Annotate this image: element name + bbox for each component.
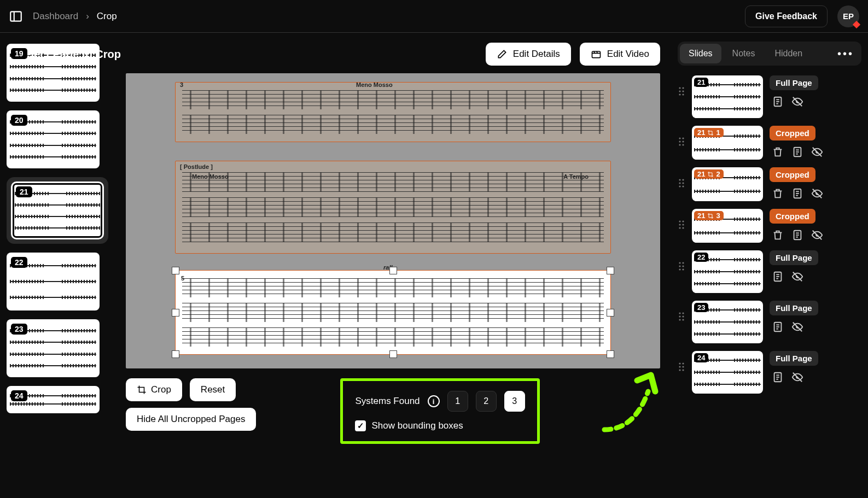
resize-handle-mr[interactable] bbox=[607, 309, 614, 316]
drag-handle[interactable] bbox=[678, 351, 685, 374]
svg-point-24 bbox=[682, 179, 684, 180]
slide-thumb[interactable]: 21 3 bbox=[692, 209, 763, 243]
svg-point-54 bbox=[682, 312, 684, 314]
svg-point-27 bbox=[679, 185, 680, 187]
slide-badge: 21 3 bbox=[694, 211, 724, 220]
systems-found-label: Systems Found bbox=[355, 396, 420, 407]
system-box-1[interactable]: 3 Meno Mosso bbox=[175, 82, 611, 142]
resize-handle-tc[interactable] bbox=[390, 267, 397, 274]
page-thumb-21-selected[interactable]: 21 bbox=[7, 177, 108, 244]
crop-button[interactable]: Crop bbox=[126, 378, 182, 401]
svg-point-56 bbox=[682, 315, 684, 317]
hide-icon[interactable] bbox=[791, 96, 803, 108]
drag-handle[interactable] bbox=[678, 75, 685, 98]
drag-handle[interactable] bbox=[678, 126, 685, 149]
svg-point-65 bbox=[679, 366, 680, 367]
resize-handle-tr[interactable] bbox=[607, 267, 614, 274]
hide-icon[interactable] bbox=[811, 188, 823, 200]
slide-status: Cropped bbox=[770, 209, 815, 224]
delete-icon[interactable] bbox=[772, 146, 784, 158]
resize-handle-bl[interactable] bbox=[172, 351, 179, 358]
tab-hidden[interactable]: Hidden bbox=[766, 44, 811, 63]
svg-point-48 bbox=[682, 268, 684, 270]
give-feedback-button[interactable]: Give Feedback bbox=[745, 5, 828, 27]
breadcrumb-root[interactable]: Dashboard bbox=[33, 11, 78, 22]
slide-status: Full Page bbox=[770, 351, 818, 366]
edit-video-button[interactable]: Edit Video bbox=[580, 43, 660, 66]
svg-point-37 bbox=[679, 227, 680, 229]
slide-thumb[interactable]: 21 1 bbox=[692, 126, 763, 160]
system-box-3-selected[interactable]: rall. 5 bbox=[175, 270, 611, 355]
sidebar-toggle[interactable] bbox=[9, 9, 23, 24]
svg-point-28 bbox=[682, 185, 684, 187]
avatar[interactable]: EP bbox=[837, 5, 859, 27]
hide-icon[interactable] bbox=[811, 146, 823, 158]
document-icon[interactable] bbox=[772, 96, 784, 108]
slide-thumb[interactable]: 24 bbox=[692, 351, 763, 394]
pencil-icon bbox=[497, 49, 508, 60]
page-number-badge: 24 bbox=[11, 390, 27, 401]
tab-notes[interactable]: Notes bbox=[724, 44, 764, 63]
resize-handle-ml[interactable] bbox=[172, 309, 179, 316]
document-icon[interactable] bbox=[791, 146, 803, 158]
svg-point-33 bbox=[679, 220, 680, 222]
document-icon[interactable] bbox=[772, 271, 784, 283]
slide-thumb[interactable]: 21 2 bbox=[692, 167, 763, 201]
page-thumb-22[interactable]: 22 bbox=[7, 253, 100, 310]
info-icon[interactable]: i bbox=[428, 395, 440, 407]
reset-button[interactable]: Reset bbox=[190, 378, 236, 401]
drag-handle[interactable] bbox=[678, 167, 685, 190]
slide-badge: 21 2 bbox=[694, 169, 724, 179]
drag-handle[interactable] bbox=[678, 250, 685, 273]
resize-handle-bc[interactable] bbox=[390, 351, 397, 358]
svg-point-17 bbox=[679, 144, 680, 145]
slide-thumb[interactable]: 21 bbox=[692, 75, 763, 118]
svg-point-46 bbox=[682, 265, 684, 267]
hide-icon[interactable] bbox=[791, 321, 803, 333]
slide-row: 21 3 Cropped bbox=[678, 209, 861, 243]
crop-label: Crop bbox=[151, 384, 171, 395]
document-icon[interactable] bbox=[791, 229, 803, 241]
crop-icon bbox=[137, 385, 147, 395]
edit-video-label: Edit Video bbox=[607, 49, 649, 60]
slide-status: Full Page bbox=[770, 75, 818, 90]
crop-canvas[interactable]: 3 Meno Mosso [ Postlude ] Meno Mosso A T… bbox=[126, 73, 660, 368]
delete-icon[interactable] bbox=[772, 188, 784, 200]
slide-thumb[interactable]: 23 bbox=[692, 301, 763, 343]
system-select-1[interactable]: 1 bbox=[447, 391, 468, 412]
page-thumb-20[interactable]: 20 bbox=[7, 110, 100, 168]
hide-icon[interactable] bbox=[791, 371, 803, 383]
hide-uncropped-button[interactable]: Hide All Uncropped Pages bbox=[126, 408, 256, 431]
slide-status: Full Page bbox=[770, 301, 818, 315]
edit-details-button[interactable]: Edit Details bbox=[486, 43, 571, 66]
resize-handle-tl[interactable] bbox=[172, 267, 179, 274]
svg-point-63 bbox=[679, 362, 680, 364]
system-select-3[interactable]: 3 bbox=[504, 391, 525, 412]
drag-handle[interactable] bbox=[678, 209, 685, 232]
page-number-badge: 23 bbox=[11, 324, 27, 335]
more-icon[interactable]: ••• bbox=[832, 48, 859, 60]
delete-icon[interactable] bbox=[772, 229, 784, 241]
show-bounding-boxes-checkbox[interactable]: ✓ bbox=[355, 420, 366, 431]
slide-status: Cropped bbox=[770, 167, 815, 182]
svg-point-14 bbox=[682, 137, 684, 139]
document-icon[interactable] bbox=[791, 188, 803, 200]
hide-icon[interactable] bbox=[791, 271, 803, 283]
slide-thumb[interactable]: 22 bbox=[692, 250, 763, 293]
resize-handle-br[interactable] bbox=[607, 351, 614, 358]
system-select-2[interactable]: 2 bbox=[476, 391, 497, 412]
system-box-2[interactable]: [ Postlude ] Meno Mosso A Tempo bbox=[175, 161, 611, 254]
tab-slides[interactable]: Slides bbox=[680, 44, 721, 63]
document-icon[interactable] bbox=[772, 371, 784, 383]
drag-handle[interactable] bbox=[678, 301, 685, 324]
svg-point-68 bbox=[682, 369, 684, 371]
slide-badge: 23 bbox=[694, 303, 708, 312]
svg-point-35 bbox=[679, 224, 680, 225]
page-thumb-23[interactable]: 23 bbox=[7, 319, 100, 377]
document-icon[interactable] bbox=[772, 321, 784, 333]
svg-point-5 bbox=[679, 90, 680, 92]
hide-icon[interactable] bbox=[811, 229, 823, 241]
svg-point-47 bbox=[679, 268, 680, 270]
page-thumb-24[interactable]: 24 bbox=[7, 386, 100, 413]
svg-point-57 bbox=[679, 319, 680, 320]
